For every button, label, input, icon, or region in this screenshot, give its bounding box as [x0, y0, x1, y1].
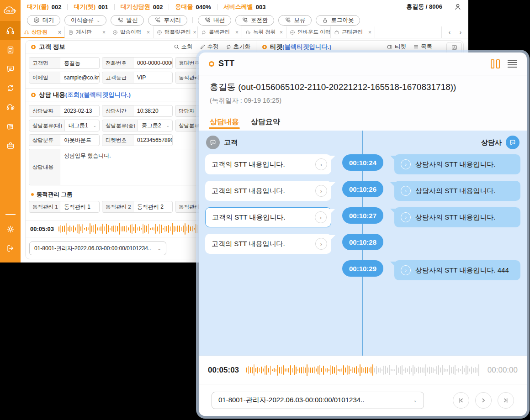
hold-button[interactable]: 보류 — [278, 15, 312, 26]
agent-avatar — [506, 136, 519, 149]
agent-message[interactable]: ›상담사의 STT 내용입니다. — [394, 154, 520, 174]
field-consult-type: 상담분류아웃바운드 — [29, 134, 100, 146]
agent-message[interactable]: ›상담사의 STT 내용입니다. — [394, 207, 520, 227]
seek-icon[interactable]: › — [315, 158, 327, 170]
sidebar-item-chat[interactable] — [0, 59, 21, 79]
search-button[interactable]: 조회 — [174, 43, 193, 51]
tab-close-icon[interactable]: × — [235, 29, 238, 36]
waveform[interactable] — [246, 362, 480, 378]
agent-message[interactable]: ›상담사의 STT 내용입니다. 444 — [394, 260, 520, 280]
ticket-button[interactable]: 티켓 — [387, 43, 406, 51]
user-icon[interactable] — [454, 3, 462, 11]
sidebar: CLEX — [0, 0, 21, 262]
tab-callback-mgmt[interactable]: 콜백관리× — [198, 26, 242, 38]
chat-bubble-icon — [6, 64, 15, 74]
stt-footer: 01-8001-관리자-2022.06.03-00:00:00/0101234.… — [199, 384, 527, 416]
chat-bubble-icon — [209, 139, 217, 146]
tab-agent[interactable]: 상담원× — [21, 26, 65, 38]
call-toolbar: 대기 이석종류⌄ 발신 후처리 내선 호전환 보류 로그아웃 — [21, 14, 468, 26]
seek-icon[interactable]: › — [401, 265, 411, 275]
tab-close-icon[interactable]: × — [280, 29, 283, 36]
menu-icon[interactable] — [508, 60, 517, 68]
logout-icon — [6, 244, 15, 253]
tab-inbound-history[interactable]: 인바운드 이력× — [286, 26, 331, 38]
timestamp-pill[interactable]: 00:10:24 — [342, 154, 383, 171]
tab-scroll-left-icon[interactable]: ‹ — [445, 28, 454, 37]
extension-button[interactable]: 내선 — [198, 15, 231, 26]
field-dynamic2: 동적관리 2동적관리 2 — [102, 201, 173, 213]
seek-icon[interactable]: › — [401, 159, 411, 169]
list-button[interactable]: 목록 — [413, 43, 432, 51]
clipboard-icon — [68, 30, 74, 35]
reset-button[interactable]: 초기화 — [226, 43, 251, 51]
dial-button[interactable]: 발신 — [111, 15, 144, 26]
tab-close-icon[interactable]: × — [193, 29, 196, 36]
contact-side-tab[interactable] — [446, 42, 462, 53]
tab-consult-content[interactable]: 상담내용 — [210, 113, 239, 131]
tab-record-listen[interactable]: 녹취 청취× — [242, 26, 286, 38]
tab-close-icon[interactable]: × — [368, 29, 371, 36]
tab-template-mgmt[interactable]: 탬플릿관리× — [154, 26, 198, 38]
skip-start-button[interactable] — [453, 392, 469, 409]
phone-out-icon — [117, 17, 123, 23]
tab-consult-summary[interactable]: 상담요약 — [251, 113, 280, 131]
sidebar-divider — [5, 214, 16, 215]
workspace-tabbar: 상담원× 게시판× 발송이력× 탬플릿관리× 콜백관리× 녹취 청취× 인바운드… — [21, 26, 468, 38]
transfer-button[interactable]: 호전환 — [235, 15, 275, 26]
wrapup-button[interactable]: 후처리 — [148, 15, 187, 26]
wait-button[interactable]: 대기 — [27, 15, 60, 26]
stat-waiting-agents: 대기상담원002 — [121, 3, 163, 11]
logout-button[interactable]: 로그아웃 — [316, 15, 360, 26]
transcript-header: 고객 상담사 — [205, 131, 520, 154]
clipboard-icon — [6, 45, 15, 54]
customer-message[interactable]: 고객의 STT 내용입니다.› — [205, 154, 331, 174]
seek-icon[interactable]: › — [315, 211, 327, 223]
recording-file-select[interactable]: 01-8001-관리자-2022.06.03-00:00:00/0101234.… — [29, 242, 166, 255]
timestamp-pill[interactable]: 00:10:26 — [342, 181, 383, 197]
timestamp-pill[interactable]: 00:10:29 — [342, 260, 383, 277]
seek-icon[interactable]: › — [315, 185, 327, 197]
away-type-select[interactable]: 이석종류⌄ — [64, 15, 106, 26]
skip-end-button[interactable] — [498, 392, 514, 409]
sidebar-item-board[interactable] — [0, 40, 21, 59]
transcript-row: 고객의 STT 내용입니다.› 00:10:26 ›상담사의 STT 내용입니다… — [205, 181, 520, 201]
sidebar-item-record-listen[interactable] — [0, 98, 21, 117]
timestamp-pill[interactable]: 00:10:28 — [342, 234, 383, 250]
split-view-icon[interactable] — [491, 59, 500, 68]
headset-icon — [24, 30, 29, 35]
seek-icon[interactable]: › — [401, 212, 411, 222]
section-bullet-icon — [262, 45, 267, 49]
tab-send-history[interactable]: 발송이력× — [109, 26, 154, 38]
sidebar-item-work[interactable] — [0, 136, 21, 155]
call-title: 홍길동 (out-0156065102-2110-20221212-165518… — [210, 81, 516, 93]
field-customer-name: 고객명홍길동 — [29, 57, 100, 69]
customer-message-selected[interactable]: 고객의 STT 내용입니다.› — [205, 207, 331, 227]
edit-button[interactable]: 수정 — [200, 43, 219, 51]
tab-scroll-right-icon[interactable]: › — [456, 28, 465, 37]
timestamp-pill[interactable]: 00:10:27 — [342, 207, 383, 224]
customer-message[interactable]: 고객의 STT 내용입니다.› — [205, 234, 331, 254]
tab-attendance[interactable]: 근태관리× — [331, 26, 375, 38]
next-button[interactable] — [475, 392, 492, 409]
sidebar-item-memo[interactable] — [0, 117, 21, 136]
sidebar-bottom — [0, 210, 21, 262]
sidebar-item-logout[interactable] — [0, 239, 21, 258]
customer-message[interactable]: 고객의 STT 내용입니다.› — [205, 181, 331, 201]
status-bar: 대기(콜)002 대기(챗)001 대기상담원002 응대율040% 서비스레벨… — [21, 0, 468, 14]
field-dynamic1: 동적관리 1동적관리 1 — [29, 201, 100, 213]
seek-icon[interactable]: › — [401, 186, 411, 196]
sidebar-item-sync[interactable] — [0, 79, 21, 98]
sidebar-item-settings[interactable] — [0, 220, 21, 239]
seek-icon[interactable]: › — [315, 238, 327, 250]
tab-board[interactable]: 게시판× — [65, 26, 109, 38]
recording-file-select[interactable]: 01-8001-관리자-2022.06.03-00:00:00/0101234.… — [212, 392, 424, 409]
tab-close-icon[interactable]: × — [58, 29, 61, 36]
chevron-down-icon: ⌄ — [93, 123, 99, 128]
list-icon — [413, 44, 419, 50]
pencil-icon — [200, 44, 206, 50]
agent-message[interactable]: ›상담사의 STT 내용입니다. — [394, 181, 520, 201]
section-bullet-icon — [31, 93, 36, 97]
sidebar-item-agent[interactable] — [0, 21, 21, 40]
tab-close-icon[interactable]: × — [147, 29, 150, 36]
tab-close-icon[interactable]: × — [102, 29, 106, 36]
